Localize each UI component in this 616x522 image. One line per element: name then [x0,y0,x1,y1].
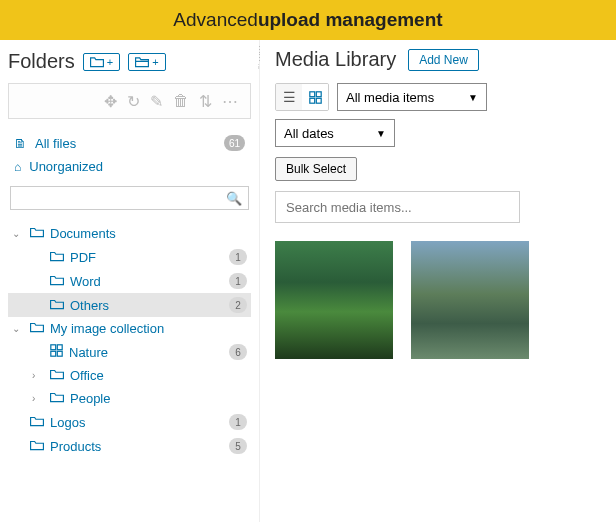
list-view-button[interactable]: ☰ [276,84,302,110]
count-badge: 1 [229,414,247,430]
bulk-select-button[interactable]: Bulk Select [275,157,357,181]
chevron-icon: ⌄ [12,228,24,239]
date-filter[interactable]: All dates ▼ [275,119,395,147]
page-title: Media Library [275,48,396,71]
media-type-filter[interactable]: All media items ▼ [337,83,487,111]
date-value: All dates [284,126,334,141]
tree-item-documents[interactable]: ⌄Documents [8,222,251,245]
sort-icon[interactable]: ⇅ [199,92,212,111]
more-icon[interactable]: ⋯ [222,92,238,111]
tree-item-word[interactable]: Word1 [8,269,251,293]
new-folder-button[interactable]: + [83,53,120,71]
chevron-icon: ⌄ [12,323,24,334]
folder-icon [50,298,64,313]
count-badge: 1 [229,249,247,265]
home-icon: ⌂ [14,160,21,174]
svg-rect-7 [316,98,321,103]
media-type-value: All media items [346,90,434,105]
grid-view-button[interactable] [302,84,328,110]
add-new-button[interactable]: Add New [408,49,479,71]
folder-icon [30,439,44,454]
tree-item-label: People [70,391,247,406]
folder-icon [50,274,64,289]
folder-icon [50,250,64,265]
folder-search[interactable]: 🔍 [10,186,249,210]
content: Media Library Add New ☰ All media items … [260,40,616,522]
tree-item-label: Office [70,368,247,383]
trash-icon[interactable]: 🗑 [173,92,189,110]
search-icon: 🔍 [220,191,248,206]
subfolder-icon [135,56,149,68]
unorganized-row[interactable]: ⌂ Unorganized [8,155,251,178]
all-files-row[interactable]: 🗎 All files 61 [8,131,251,155]
media-thumbnail[interactable] [275,241,393,359]
grid-icon [50,344,63,360]
all-files-count: 61 [224,135,245,151]
folder-search-input[interactable] [11,191,220,205]
file-icon: 🗎 [14,136,27,151]
tree-item-logos[interactable]: Logos1 [8,410,251,434]
chevron-icon: › [32,393,44,404]
folders-title: Folders [8,50,75,73]
tree-item-label: My image collection [50,321,247,336]
banner: Advanced upload management [0,0,616,40]
count-badge: 2 [229,297,247,313]
svg-rect-1 [57,345,62,350]
new-subfolder-button[interactable]: + [128,53,165,71]
reload-icon[interactable]: ↻ [127,92,140,111]
chevron-down-icon: ▼ [376,128,386,139]
svg-rect-5 [316,91,321,96]
tree-item-pdf[interactable]: PDF1 [8,245,251,269]
folder-tree: ⌄DocumentsPDF1Word1Others2⌄My image coll… [8,222,251,458]
media-search[interactable] [275,191,520,223]
tree-item-others[interactable]: Others2 [8,293,251,317]
tree-item-my-image-collection[interactable]: ⌄My image collection [8,317,251,340]
tree-item-products[interactable]: Products5 [8,434,251,458]
move-icon[interactable]: ✥ [104,92,117,111]
svg-rect-3 [57,351,62,356]
count-badge: 5 [229,438,247,454]
tree-item-label: Word [70,274,223,289]
svg-rect-2 [51,351,56,356]
folder-icon [30,226,44,241]
media-thumbnail[interactable] [411,241,529,359]
all-files-label: All files [35,136,216,151]
tree-item-label: Nature [69,345,223,360]
tree-item-people[interactable]: ›People [8,387,251,410]
folder-icon [90,56,104,68]
banner-bold: upload management [258,9,443,31]
tree-item-nature[interactable]: Nature6 [8,340,251,364]
unorganized-label: Unorganized [29,159,245,174]
tree-item-label: Others [70,298,223,313]
folder-icon [30,321,44,336]
count-badge: 6 [229,344,247,360]
tree-item-office[interactable]: ›Office [8,364,251,387]
svg-rect-6 [309,98,314,103]
tree-item-label: Documents [50,226,247,241]
banner-prefix: Advanced [173,9,258,31]
svg-rect-4 [309,91,314,96]
media-grid [275,241,601,359]
tree-item-label: PDF [70,250,223,265]
chevron-icon: › [32,370,44,381]
media-search-input[interactable] [276,200,519,215]
tree-item-label: Logos [50,415,223,430]
svg-rect-0 [51,345,56,350]
folder-icon [50,368,64,383]
sidebar: ⋮⋮ᵢ Folders + + ✥ ↻ ✎ 🗑 ⇅ ⋯ 🗎 All files … [0,40,260,522]
folder-icon [50,391,64,406]
chevron-down-icon: ▼ [468,92,478,103]
grid-icon [309,91,322,104]
view-toggle: ☰ [275,83,329,111]
tree-item-label: Products [50,439,223,454]
folder-toolbar: ✥ ↻ ✎ 🗑 ⇅ ⋯ [8,83,251,119]
count-badge: 1 [229,273,247,289]
folder-icon [30,415,44,430]
edit-icon[interactable]: ✎ [150,92,163,111]
